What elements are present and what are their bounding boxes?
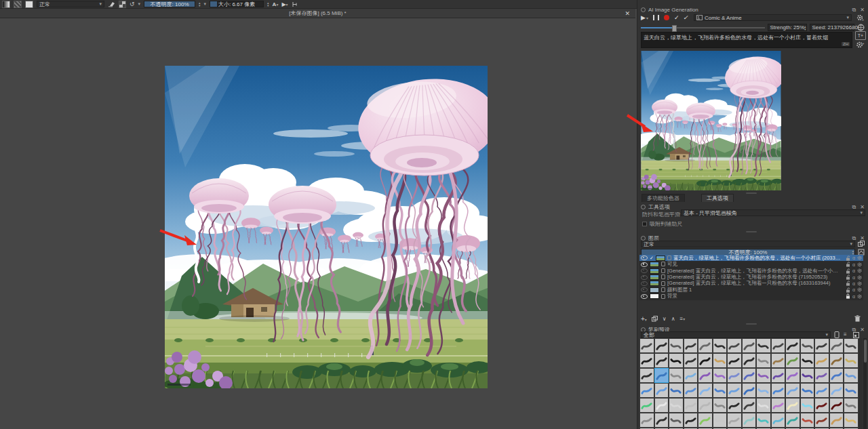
delete-layer-button[interactable] [854,315,861,322]
brush-preset-cell[interactable] [654,383,669,398]
brush-preset-cell[interactable] [829,338,844,353]
float-panel-icon[interactable]: ⧉ [852,7,856,14]
brush-preset-cell[interactable] [800,383,815,398]
brush-preset-cell[interactable] [727,383,742,398]
brush-preset-cell[interactable] [727,338,742,353]
add-layer-button[interactable]: +▾ [641,315,647,323]
style-combo[interactable]: Comic & Anime ▾ [694,14,852,21]
layer-visibility-icon[interactable] [641,262,648,267]
brush-preset-cell[interactable] [727,413,742,428]
layer-row[interactable]: [Generated] 蓝天白云，绿草地上，飞翔着一只粉色的水母 (163316… [639,281,863,287]
brush-preset-cell[interactable] [742,383,757,398]
brush-preset-cell[interactable] [684,398,698,413]
strength-slider[interactable] [641,23,765,32]
layer-thumbnail[interactable] [650,274,659,280]
brush-preset-cell[interactable] [698,338,713,353]
blend-mode-combo[interactable]: 正常 ▾ [37,1,104,7]
brush-preset-cell[interactable] [800,338,815,353]
brush-preset-cell[interactable] [654,338,669,353]
opacity-stepper[interactable]: ▴▾ [199,1,201,7]
stabilizer-combo[interactable]: 基本 - 只平滑笔画棱角 ▾ [681,209,865,216]
brush-preset-cell[interactable] [756,368,771,383]
brush-preset-cell[interactable] [785,353,800,368]
layer-filter-icon[interactable] [858,241,865,247]
layer-visibility-icon[interactable] [641,281,648,286]
style-settings-plus-icon[interactable]: + [856,41,865,49]
brush-preset-cell[interactable] [756,398,771,413]
brush-preset-cell[interactable] [654,353,669,368]
settings-gear-icon[interactable]: + [856,14,864,21]
lock-open-icon[interactable] [846,268,850,274]
brush-preset-cell[interactable] [639,338,654,353]
layer-thumbnail[interactable] [650,293,659,299]
splitter-handle[interactable] [746,192,757,194]
layer-row[interactable]: 可见α [639,261,863,267]
brush-preset-cell[interactable] [785,398,800,413]
alpha-icon[interactable]: α [852,294,855,299]
layer-thumbnail[interactable] [656,256,665,261]
alpha-icon[interactable]: α [852,275,855,280]
brush-preset-cell[interactable] [684,368,698,383]
brush-preset-cell[interactable] [771,368,786,383]
brush-preset-cell[interactable] [727,353,742,368]
pattern-chooser-icon[interactable] [14,1,22,8]
brush-preset-cell[interactable] [742,368,757,383]
brush-preset-cell[interactable] [654,413,669,428]
wrap-around-icon[interactable] [292,1,298,7]
brush-preset-cell[interactable] [639,383,654,398]
chevron-down-icon[interactable]: ▾ [204,1,207,7]
move-layer-up-button[interactable]: ∧ [671,316,675,322]
brush-preset-cell[interactable] [785,413,800,428]
alpha-icon[interactable]: α [852,268,855,273]
layer-visibility-icon[interactable] [641,275,648,280]
brush-preset-cell[interactable] [771,353,786,368]
brush-preset-cell[interactable] [814,413,829,428]
tag-icon[interactable] [834,331,840,338]
brush-preset-cell[interactable] [800,368,815,383]
grid-view-icon[interactable] [853,332,859,338]
lock-closed-icon[interactable] [846,293,850,299]
brush-grid-scrollbar[interactable] [863,338,867,429]
brush-preset-cell[interactable] [756,353,771,368]
layer-row[interactable]: [Generated] 蓝天白云，绿草地上，飞翔着许多粉色的水母，远处有一个小村… [639,268,863,274]
layer-thumbnail[interactable] [650,262,659,267]
layer-gear-icon[interactable] [857,281,862,286]
brush-preset-cell[interactable] [771,338,786,353]
brush-preset-cell[interactable] [684,383,698,398]
layer-visibility-icon[interactable] [641,256,648,260]
layer-gear-icon[interactable] [857,256,862,260]
close-document-icon[interactable]: ✕ [625,9,630,18]
brush-preset-cell[interactable] [698,383,713,398]
preserve-alpha-icon[interactable] [119,1,126,8]
brush-preset-cell[interactable] [742,398,757,413]
layer-row[interactable]: [Generated] 蓝天白云，绿草地上，飞翔着许多粉色的水母 (719520… [639,274,863,280]
eraser-icon[interactable] [108,1,115,7]
layer-blend-combo[interactable]: 正常 ▾ [641,241,855,247]
ai-preview-image[interactable] [641,51,781,190]
close-panel-icon[interactable]: ✕ [860,327,865,333]
tab-color-picker[interactable]: 多功能拾色器 [642,194,685,202]
slider-handle[interactable] [672,25,677,32]
layer-gear-icon[interactable] [857,294,862,299]
docker-dot-icon[interactable] [641,205,646,209]
brush-preset-cell[interactable] [844,368,859,383]
layer-properties-button[interactable]: ≡▾ [680,316,686,322]
brush-preset-cell[interactable] [713,398,728,413]
chevron-down-icon[interactable]: ▾ [138,1,141,7]
brush-preset-cell[interactable] [844,383,859,398]
brush-preset-cell[interactable] [771,383,786,398]
layer-visibility-icon[interactable] [641,287,648,292]
brush-preset-cell[interactable] [713,353,728,368]
brush-preset-cell[interactable] [639,398,654,413]
lock-open-icon[interactable] [846,281,850,286]
seed-spinbox[interactable]: Seed: 2137926680 ▴▾ [810,24,854,31]
layer-visibility-icon[interactable] [641,294,648,299]
layer-thumbnail[interactable] [650,268,659,274]
generate-play-button[interactable]: ▶▾ [641,14,648,21]
brush-preset-cell[interactable] [698,353,713,368]
mirror-horizontal-icon[interactable]: A▾ [273,1,279,7]
alpha-icon[interactable]: α [852,281,855,286]
brush-preset-cell[interactable] [844,338,859,353]
randomize-seed-icon[interactable] [857,24,865,31]
brush-preset-cell[interactable] [698,398,713,413]
